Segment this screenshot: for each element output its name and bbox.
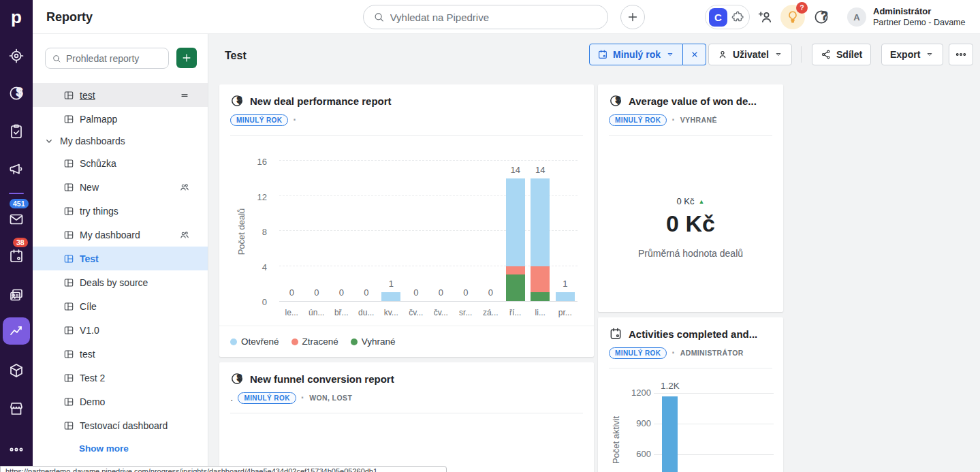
bar-segment-Vyhrané[interactable] bbox=[506, 274, 525, 301]
bar-value-label: 0 bbox=[413, 287, 418, 298]
sidebar-item-my-dashboard[interactable]: My dashboard bbox=[33, 223, 208, 247]
shared-users-icon bbox=[179, 182, 190, 193]
sidebar-item-new[interactable]: New bbox=[33, 175, 208, 199]
sidebar-search[interactable] bbox=[45, 48, 169, 69]
bar-column[interactable]: 0čv... bbox=[404, 161, 429, 301]
clear-period-filter-button[interactable] bbox=[683, 44, 706, 65]
bar-column[interactable]: 0sr... bbox=[454, 161, 479, 301]
filter-label: VYHRANÉ bbox=[680, 116, 717, 124]
y-axis-label: Počet dealů bbox=[236, 208, 247, 255]
sidebar-item-cile[interactable]: Cíle bbox=[33, 294, 208, 318]
bar-value-label: 1 bbox=[563, 279, 567, 289]
more-icon[interactable] bbox=[8, 441, 25, 458]
deal-chart-legend: OtevřenéZtracenéVyhrané bbox=[219, 326, 594, 357]
bar-segment-Otevřené[interactable] bbox=[506, 178, 525, 266]
toolbar-divider bbox=[801, 46, 802, 63]
bar-segment-Ztracené[interactable] bbox=[531, 266, 550, 293]
y-axis-tick: 1200 bbox=[625, 388, 651, 398]
bar-column[interactable]: 1kv... bbox=[379, 161, 404, 301]
person-icon bbox=[717, 49, 728, 60]
user-menu[interactable]: Administrátor Partner Demo - Davame bbox=[873, 5, 965, 29]
quick-add-button[interactable] bbox=[620, 5, 645, 29]
bar-segment-Ztracené[interactable] bbox=[506, 266, 525, 275]
bar-column[interactable]: 0zá... bbox=[478, 161, 503, 301]
sidebar-group-my-dashboards[interactable]: My dashboards bbox=[33, 131, 208, 151]
calendar-icon bbox=[609, 327, 622, 341]
dashboard-icon bbox=[63, 396, 74, 407]
bar-column[interactable]: 14li... bbox=[528, 161, 553, 301]
card-funnel-conversion[interactable]: New funnel conversion report . MINULÝ RO… bbox=[219, 362, 594, 472]
bar-column[interactable]: 0ún... bbox=[304, 161, 330, 301]
deal-report-icon bbox=[609, 94, 622, 108]
sidebar-item-v10[interactable]: V1.0 bbox=[33, 318, 208, 342]
campaigns-icon[interactable] bbox=[8, 161, 25, 177]
installed-apps-pill[interactable]: C bbox=[705, 5, 750, 29]
x-axis-tick: čv... bbox=[434, 308, 448, 317]
tasks-icon[interactable] bbox=[8, 123, 25, 140]
legend-item[interactable]: Otevřené bbox=[230, 336, 279, 347]
bar-segment-Otevřené[interactable] bbox=[556, 292, 575, 301]
insights-icon-selected[interactable] bbox=[3, 317, 30, 345]
card-activities[interactable]: Activities completed and... MINULÝ ROK ·… bbox=[598, 317, 783, 472]
pipedrive-logo[interactable]: p bbox=[0, 0, 33, 34]
global-search-input[interactable] bbox=[390, 12, 598, 23]
drag-handle-icon[interactable] bbox=[179, 90, 190, 101]
share-button[interactable]: Sdílet bbox=[812, 44, 871, 65]
sidebar-item-palmapp[interactable]: Palmapp bbox=[33, 107, 208, 131]
sidebar-item-demo[interactable]: Demo bbox=[33, 390, 208, 413]
export-button[interactable]: Export bbox=[881, 44, 943, 65]
bar-column[interactable]: 0bř... bbox=[329, 161, 354, 301]
sidebar-item-testovaci-dashboard[interactable]: Testovací dashboard bbox=[33, 413, 208, 437]
dashboard-icon bbox=[63, 230, 74, 240]
bar-segment-Otevřené[interactable] bbox=[381, 292, 400, 301]
suggestions-badge: ? bbox=[796, 2, 808, 14]
bar-column[interactable]: 0čv... bbox=[428, 161, 454, 301]
sidebar-item-test-selected[interactable]: Test bbox=[33, 247, 208, 270]
bar-column[interactable]: 14ří... bbox=[503, 161, 528, 301]
dashboard-icon bbox=[63, 373, 74, 383]
mail-icon[interactable] bbox=[8, 211, 25, 227]
avatar[interactable]: A bbox=[847, 7, 866, 27]
contacts-icon[interactable] bbox=[8, 287, 25, 303]
card-avg-won-value[interactable]: Average value of won de... MINULÝ ROK · … bbox=[598, 84, 783, 312]
bar-segment-Otevřené[interactable] bbox=[531, 178, 550, 266]
invite-users-icon[interactable] bbox=[757, 9, 774, 25]
user-filter-button[interactable]: Uživatel bbox=[708, 44, 792, 65]
dashboard-icon bbox=[63, 206, 74, 217]
help-icon[interactable] bbox=[813, 9, 829, 25]
x-axis-tick: li... bbox=[535, 308, 546, 317]
deals-icon[interactable] bbox=[8, 85, 25, 101]
more-options-button[interactable] bbox=[949, 44, 973, 65]
deal-report-icon bbox=[230, 94, 244, 108]
sidebar-item-try-things[interactable]: try things bbox=[33, 199, 208, 223]
activities-bar[interactable] bbox=[662, 396, 678, 472]
deal-chart-yticks: 0481216 bbox=[247, 161, 274, 302]
puzzle-icon[interactable] bbox=[731, 10, 744, 24]
sidebar-item-test2-lower[interactable]: test bbox=[33, 342, 208, 366]
activities-icon[interactable] bbox=[8, 248, 25, 264]
c-app-icon[interactable]: C bbox=[709, 8, 727, 27]
global-search[interactable] bbox=[363, 5, 608, 29]
sidebar-item-deals-by-source[interactable]: Deals by source bbox=[33, 270, 208, 294]
marketplace-icon[interactable] bbox=[8, 400, 25, 417]
sidebar-item-test[interactable]: test bbox=[33, 83, 208, 107]
add-report-button[interactable] bbox=[176, 48, 197, 68]
card-deal-performance[interactable]: New deal performance report MINULÝ ROK ·… bbox=[219, 84, 594, 357]
bar-column[interactable]: 1pr... bbox=[553, 161, 578, 301]
period-filter-button[interactable]: Minulý rok bbox=[589, 44, 683, 65]
bar-column[interactable]: 0du... bbox=[354, 161, 379, 301]
suggestions-bulb-icon[interactable]: ? bbox=[780, 5, 805, 29]
leads-icon[interactable] bbox=[8, 48, 25, 64]
show-more-link[interactable]: Show more bbox=[33, 437, 208, 459]
sidebar-search-input[interactable] bbox=[66, 53, 162, 64]
bar-segment-Vyhrané[interactable] bbox=[531, 292, 550, 301]
deal-chart-plot: 0le...0ún...0bř...0du...1kv...0čv...0čv.… bbox=[279, 161, 578, 302]
sidebar-item-test-2[interactable]: Test 2 bbox=[33, 366, 208, 390]
legend-item[interactable]: Ztracené bbox=[291, 336, 338, 347]
legend-item[interactable]: Vyhrané bbox=[351, 336, 396, 347]
dashboard-icon bbox=[63, 349, 74, 360]
products-icon[interactable] bbox=[8, 362, 25, 379]
sidebar-item-schuzka[interactable]: Schůzka bbox=[33, 151, 208, 175]
bar-column[interactable]: 0le... bbox=[279, 161, 304, 301]
search-icon bbox=[373, 11, 385, 23]
